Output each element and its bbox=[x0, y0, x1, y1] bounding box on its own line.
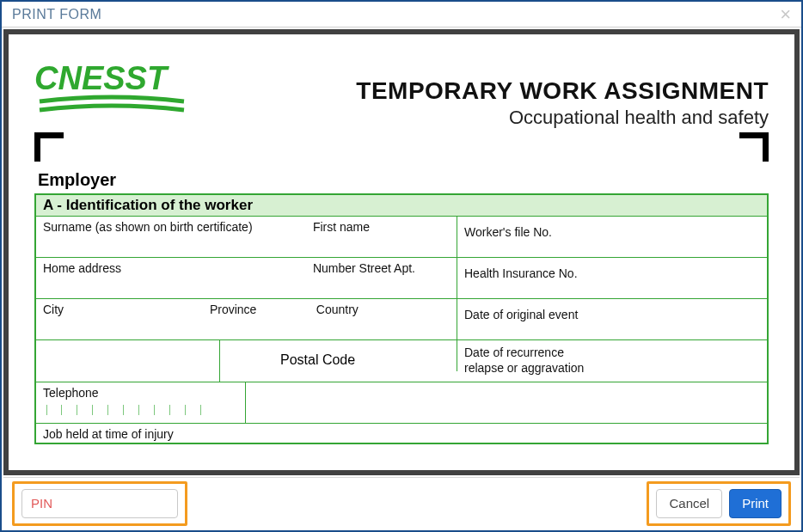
cnesst-logo: CNESST bbox=[34, 58, 189, 124]
corner-top-left bbox=[34, 132, 64, 162]
label-country: Country bbox=[316, 303, 359, 316]
cell-date-original: Date of original event bbox=[457, 299, 767, 339]
document-titles: TEMPORARY WORK ASSIGNMENT Occupational h… bbox=[356, 77, 769, 129]
buttons-highlight: Cancel Print bbox=[647, 481, 791, 526]
cell-surname-firstname: Surname (as shown on birth certificate) … bbox=[36, 217, 457, 257]
document-subtitle: Occupational health and safety bbox=[356, 107, 769, 129]
cancel-button[interactable]: Cancel bbox=[656, 489, 722, 518]
cell-health-insurance: Health Insurance No. bbox=[457, 258, 767, 298]
label-date-recurrence-2: relapse or aggravation bbox=[464, 361, 760, 375]
cell-city-province-country: City Province Country bbox=[36, 299, 457, 339]
modal-title: PRINT FORM bbox=[12, 7, 101, 22]
label-health-insurance: Health Insurance No. bbox=[464, 266, 578, 280]
modal-footer: Cancel Print bbox=[3, 477, 800, 529]
cell-postal-code: Postal Code bbox=[220, 340, 457, 371]
employer-heading: Employer bbox=[38, 170, 769, 190]
label-first-name: First name bbox=[313, 220, 370, 234]
label-number-street-apt: Number Street Apt. bbox=[313, 261, 415, 275]
corner-top-right bbox=[739, 132, 769, 162]
svg-text:CNESST: CNESST bbox=[34, 60, 169, 96]
crop-marks bbox=[34, 132, 769, 165]
print-form-modal: PRINT FORM × CNESST TEMPORARY WORK ASSIG… bbox=[0, 0, 803, 532]
row-city: City Province Country Date of original e… bbox=[36, 299, 767, 340]
label-province: Province bbox=[210, 303, 313, 316]
row-postal: Postal Code Date of recurrence relapse o… bbox=[36, 340, 767, 382]
cell-telephone: Telephone bbox=[36, 382, 246, 423]
pin-input[interactable] bbox=[21, 489, 178, 518]
row-telephone: Telephone bbox=[36, 382, 767, 424]
document-header: CNESST TEMPORARY WORK ASSIGNMENT Occupat… bbox=[34, 53, 769, 129]
row-name: Surname (as shown on birth certificate) … bbox=[36, 217, 767, 258]
label-surname: Surname (as shown on birth certificate) bbox=[43, 220, 310, 234]
label-postal-code: Postal Code bbox=[280, 352, 355, 367]
label-date-recurrence-1: Date of recurrence bbox=[464, 345, 760, 359]
print-button[interactable]: Print bbox=[729, 489, 782, 518]
row-job: Job held at time of injury bbox=[36, 424, 767, 443]
label-job-held: Job held at time of injury bbox=[43, 427, 174, 441]
cell-home-address: Home address Number Street Apt. bbox=[36, 258, 457, 298]
label-home-address: Home address bbox=[43, 261, 310, 275]
pin-highlight bbox=[12, 481, 187, 526]
close-button[interactable]: × bbox=[780, 5, 791, 24]
document-main-title: TEMPORARY WORK ASSIGNMENT bbox=[356, 77, 769, 105]
label-date-original: Date of original event bbox=[464, 308, 578, 321]
cell-telephone-right bbox=[246, 382, 767, 423]
section-a-title: A - Identification of the worker bbox=[36, 195, 767, 217]
cell-postal-left-blank bbox=[36, 340, 220, 382]
label-workers-file-no: Worker's file No. bbox=[464, 225, 552, 239]
telephone-ticks bbox=[46, 405, 238, 415]
label-telephone: Telephone bbox=[43, 386, 99, 400]
row-address: Home address Number Street Apt. Health I… bbox=[36, 258, 767, 299]
section-a-box: A - Identification of the worker Surname… bbox=[34, 193, 769, 444]
cell-job-held: Job held at time of injury bbox=[36, 424, 767, 443]
document-preview: CNESST TEMPORARY WORK ASSIGNMENT Occupat… bbox=[3, 29, 800, 475]
modal-header: PRINT FORM × bbox=[2, 2, 801, 28]
label-city: City bbox=[43, 303, 206, 316]
cell-date-recurrence: Date of recurrence relapse or aggravatio… bbox=[457, 340, 767, 382]
cell-workers-file: Worker's file No. bbox=[457, 217, 767, 257]
